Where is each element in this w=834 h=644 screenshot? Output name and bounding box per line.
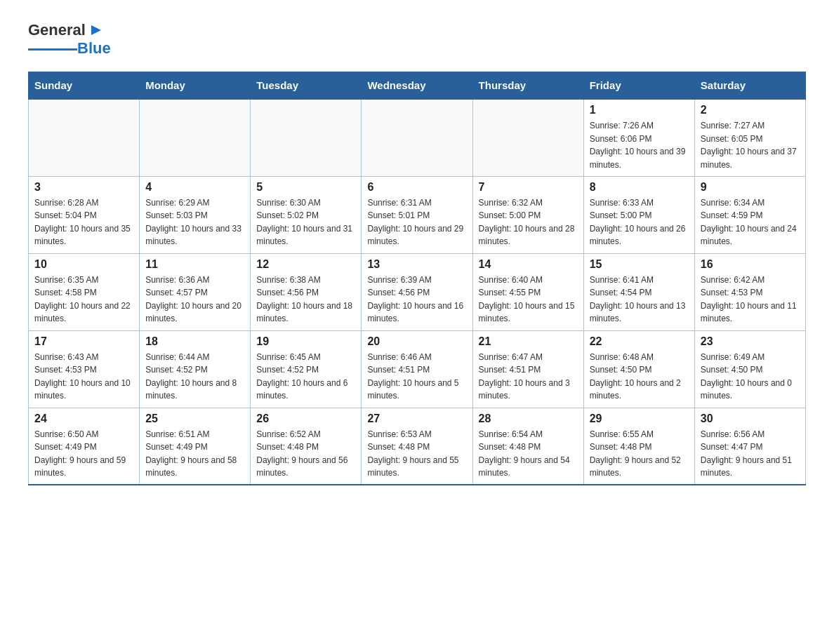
sun-info: Sunrise: 6:31 AMSunset: 5:01 PMDaylight:… — [367, 196, 466, 248]
weekday-header-saturday: Saturday — [694, 72, 805, 100]
calendar-cell: 29Sunrise: 6:55 AMSunset: 4:48 PMDayligh… — [583, 408, 694, 485]
sun-info: Sunrise: 6:41 AMSunset: 4:54 PMDaylight:… — [590, 274, 689, 326]
calendar-cell — [472, 99, 583, 176]
weekday-row: SundayMondayTuesdayWednesdayThursdayFrid… — [29, 72, 806, 100]
day-number: 5 — [256, 181, 355, 194]
sun-info: Sunrise: 6:42 AMSunset: 4:53 PMDaylight:… — [701, 274, 800, 326]
sun-info: Sunrise: 6:30 AMSunset: 5:02 PMDaylight:… — [256, 196, 355, 248]
calendar-cell: 3Sunrise: 6:28 AMSunset: 5:04 PMDaylight… — [29, 176, 140, 253]
calendar-cell: 22Sunrise: 6:48 AMSunset: 4:50 PMDayligh… — [583, 330, 694, 408]
calendar-cell: 5Sunrise: 6:30 AMSunset: 5:02 PMDaylight… — [251, 176, 362, 253]
sun-info: Sunrise: 6:54 AMSunset: 4:48 PMDaylight:… — [479, 428, 578, 480]
day-number: 28 — [479, 412, 578, 425]
sun-info: Sunrise: 6:52 AMSunset: 4:48 PMDaylight:… — [256, 428, 355, 480]
calendar-cell: 6Sunrise: 6:31 AMSunset: 5:01 PMDaylight… — [362, 176, 472, 253]
day-number: 19 — [256, 335, 355, 348]
day-number: 25 — [145, 412, 244, 425]
day-number: 20 — [367, 335, 466, 348]
day-number: 13 — [367, 258, 466, 271]
sun-info: Sunrise: 6:29 AMSunset: 5:03 PMDaylight:… — [145, 196, 244, 248]
day-number: 4 — [145, 181, 244, 194]
day-number: 10 — [34, 258, 133, 271]
sun-info: Sunrise: 6:32 AMSunset: 5:00 PMDaylight:… — [479, 196, 578, 248]
sun-info: Sunrise: 6:45 AMSunset: 4:52 PMDaylight:… — [256, 351, 355, 403]
sun-info: Sunrise: 6:49 AMSunset: 4:50 PMDaylight:… — [701, 351, 800, 403]
day-number: 7 — [479, 181, 578, 194]
calendar-cell — [140, 99, 251, 176]
day-number: 22 — [590, 335, 689, 348]
logo-name: General — [28, 21, 86, 39]
calendar-week-5: 24Sunrise: 6:50 AMSunset: 4:49 PMDayligh… — [29, 408, 806, 485]
day-number: 29 — [590, 412, 689, 425]
sun-info: Sunrise: 6:39 AMSunset: 4:56 PMDaylight:… — [367, 274, 466, 326]
weekday-header-monday: Monday — [140, 72, 251, 100]
sun-info: Sunrise: 6:43 AMSunset: 4:53 PMDaylight:… — [34, 351, 133, 403]
sun-info: Sunrise: 6:36 AMSunset: 4:57 PMDaylight:… — [145, 274, 244, 326]
sun-info: Sunrise: 7:26 AMSunset: 6:06 PMDaylight:… — [590, 119, 689, 171]
sun-info: Sunrise: 7:27 AMSunset: 6:05 PMDaylight:… — [701, 119, 800, 171]
calendar-cell: 27Sunrise: 6:53 AMSunset: 4:48 PMDayligh… — [362, 408, 472, 485]
day-number: 26 — [256, 412, 355, 425]
sun-info: Sunrise: 6:53 AMSunset: 4:48 PMDaylight:… — [367, 428, 466, 480]
calendar-cell: 16Sunrise: 6:42 AMSunset: 4:53 PMDayligh… — [694, 253, 805, 330]
sun-info: Sunrise: 6:47 AMSunset: 4:51 PMDaylight:… — [479, 351, 578, 403]
weekday-header-friday: Friday — [583, 72, 694, 100]
day-number: 1 — [590, 104, 689, 116]
sun-info: Sunrise: 6:28 AMSunset: 5:04 PMDaylight:… — [34, 196, 133, 248]
calendar-cell: 18Sunrise: 6:44 AMSunset: 4:52 PMDayligh… — [140, 330, 251, 408]
day-number: 16 — [701, 258, 800, 271]
sun-info: Sunrise: 6:48 AMSunset: 4:50 PMDaylight:… — [590, 351, 689, 403]
calendar-cell: 8Sunrise: 6:33 AMSunset: 5:00 PMDaylight… — [583, 176, 694, 253]
sun-info: Sunrise: 6:56 AMSunset: 4:47 PMDaylight:… — [701, 428, 800, 480]
svg-marker-0 — [91, 25, 101, 35]
calendar-cell: 15Sunrise: 6:41 AMSunset: 4:54 PMDayligh… — [583, 253, 694, 330]
calendar-cell: 9Sunrise: 6:34 AMSunset: 4:59 PMDaylight… — [694, 176, 805, 253]
weekday-header-tuesday: Tuesday — [251, 72, 362, 100]
day-number: 27 — [367, 412, 466, 425]
calendar-cell: 11Sunrise: 6:36 AMSunset: 4:57 PMDayligh… — [140, 253, 251, 330]
page-header: General Blue — [28, 21, 806, 58]
sun-info: Sunrise: 6:33 AMSunset: 5:00 PMDaylight:… — [590, 196, 689, 248]
day-number: 24 — [34, 412, 133, 425]
calendar-week-2: 3Sunrise: 6:28 AMSunset: 5:04 PMDaylight… — [29, 176, 806, 253]
calendar-cell: 30Sunrise: 6:56 AMSunset: 4:47 PMDayligh… — [694, 408, 805, 485]
calendar-cell: 26Sunrise: 6:52 AMSunset: 4:48 PMDayligh… — [251, 408, 362, 485]
calendar-cell: 13Sunrise: 6:39 AMSunset: 4:56 PMDayligh… — [362, 253, 472, 330]
calendar-week-4: 17Sunrise: 6:43 AMSunset: 4:53 PMDayligh… — [29, 330, 806, 408]
sun-info: Sunrise: 6:34 AMSunset: 4:59 PMDaylight:… — [701, 196, 800, 248]
day-number: 23 — [701, 335, 800, 348]
calendar-cell: 23Sunrise: 6:49 AMSunset: 4:50 PMDayligh… — [694, 330, 805, 408]
day-number: 12 — [256, 258, 355, 271]
calendar-cell: 21Sunrise: 6:47 AMSunset: 4:51 PMDayligh… — [472, 330, 583, 408]
day-number: 17 — [34, 335, 133, 348]
calendar-week-3: 10Sunrise: 6:35 AMSunset: 4:58 PMDayligh… — [29, 253, 806, 330]
day-number: 3 — [34, 181, 133, 194]
calendar-header: SundayMondayTuesdayWednesdayThursdayFrid… — [29, 72, 806, 100]
sun-info: Sunrise: 6:51 AMSunset: 4:49 PMDaylight:… — [145, 428, 244, 480]
calendar-body: 1Sunrise: 7:26 AMSunset: 6:06 PMDaylight… — [29, 99, 806, 485]
weekday-header-wednesday: Wednesday — [362, 72, 472, 100]
day-number: 9 — [701, 181, 800, 194]
calendar-cell: 25Sunrise: 6:51 AMSunset: 4:49 PMDayligh… — [140, 408, 251, 485]
calendar-cell — [29, 99, 140, 176]
calendar-cell: 4Sunrise: 6:29 AMSunset: 5:03 PMDaylight… — [140, 176, 251, 253]
day-number: 30 — [701, 412, 800, 425]
day-number: 6 — [367, 181, 466, 194]
day-number: 15 — [590, 258, 689, 271]
day-number: 14 — [479, 258, 578, 271]
sun-info: Sunrise: 6:40 AMSunset: 4:55 PMDaylight:… — [479, 274, 578, 326]
calendar-cell — [362, 99, 472, 176]
day-number: 8 — [590, 181, 689, 194]
calendar-cell — [251, 99, 362, 176]
calendar-cell: 20Sunrise: 6:46 AMSunset: 4:51 PMDayligh… — [362, 330, 472, 408]
weekday-header-thursday: Thursday — [472, 72, 583, 100]
day-number: 2 — [701, 104, 800, 116]
calendar-cell: 17Sunrise: 6:43 AMSunset: 4:53 PMDayligh… — [29, 330, 140, 408]
logo-triangle-icon — [87, 22, 102, 38]
calendar-table: SundayMondayTuesdayWednesdayThursdayFrid… — [28, 72, 806, 485]
calendar-cell: 24Sunrise: 6:50 AMSunset: 4:49 PMDayligh… — [29, 408, 140, 485]
calendar-cell: 1Sunrise: 7:26 AMSunset: 6:06 PMDaylight… — [583, 99, 694, 176]
calendar-cell: 19Sunrise: 6:45 AMSunset: 4:52 PMDayligh… — [251, 330, 362, 408]
sun-info: Sunrise: 6:55 AMSunset: 4:48 PMDaylight:… — [590, 428, 689, 480]
day-number: 18 — [145, 335, 244, 348]
